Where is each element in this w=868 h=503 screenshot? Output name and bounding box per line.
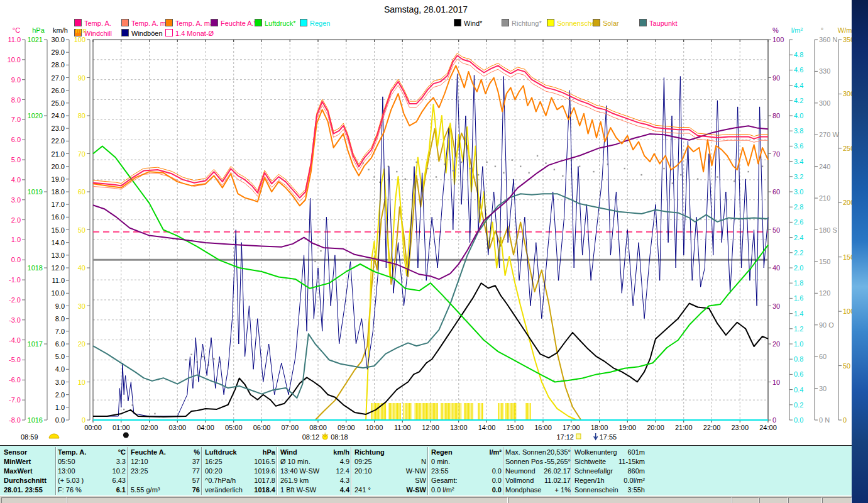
table-cell-value: 3.3 xyxy=(95,457,126,467)
axis-tick-label: 30 xyxy=(78,302,85,310)
x-tick-label: 20:00 xyxy=(647,424,664,431)
axis-tick-label: 1.0 xyxy=(11,236,21,243)
axis-tick-label: 0.0 xyxy=(794,416,803,424)
axis-tick-label: 1.4 xyxy=(794,310,803,318)
axis-tick-label: -3.0 xyxy=(9,316,21,324)
axis-tick-label: 0.0 xyxy=(11,256,21,263)
axis-deg xyxy=(815,40,818,420)
table-col-unit: km/h xyxy=(315,448,349,457)
table-info-value: 3:55h xyxy=(606,485,645,495)
axis-tick-label: 0 xyxy=(772,416,776,424)
axis-tick-label: 20.0 xyxy=(52,163,65,170)
x-tick-label: 12:00 xyxy=(422,424,439,431)
table-info-value: 20,535° xyxy=(535,448,571,457)
axis-tick-label: 250 xyxy=(843,145,852,152)
axis-tick-label: 300 xyxy=(819,99,830,107)
axis-tick-label: 0 xyxy=(843,416,847,424)
table-col-unit: % xyxy=(165,448,200,457)
axis-tick-label: 8.0 xyxy=(11,96,21,104)
x-tick-label: 11:00 xyxy=(394,424,411,431)
axis-tick-label: 27.0 xyxy=(52,74,65,82)
axis-tick-label: 1.6 xyxy=(794,294,803,302)
axis-c xyxy=(22,40,25,420)
axis-tick-label: 8.0 xyxy=(55,315,65,323)
axis-tick-label: 1021 xyxy=(28,36,43,43)
axis-tick-label: 70 xyxy=(78,150,85,158)
axis-tick-label: 3.2 xyxy=(794,173,803,180)
table-cell-value: 1017.8 xyxy=(244,476,275,485)
table-cell-value: SW xyxy=(394,476,426,485)
axis-tick-label: 7.0 xyxy=(55,328,65,335)
axis-tick-label: 16.0 xyxy=(52,213,65,221)
table-info-value: 601m xyxy=(606,448,645,457)
table-info-value: 0.0l/m² xyxy=(606,476,645,485)
axis-tick-label: 100 xyxy=(843,307,852,315)
axis-tick-label: 13.0 xyxy=(52,252,65,259)
axis-tick-label: 9.0 xyxy=(11,76,21,84)
axis-tick-label: 0.6 xyxy=(794,370,803,378)
axis-unit-label: °C xyxy=(13,26,20,34)
table-divider xyxy=(127,447,128,495)
axis-tick-label: 17.0 xyxy=(52,201,65,208)
axis-tick-label: -7.0 xyxy=(9,396,21,404)
table-divider xyxy=(351,447,352,495)
axis-tick-label: 23.0 xyxy=(52,124,65,132)
axis-tick-label: 26.0 xyxy=(52,87,65,94)
axis-tick-label: 10 xyxy=(772,379,780,386)
x-tick-label: 16:00 xyxy=(534,424,552,431)
x-tick-label: 01:00 xyxy=(113,424,130,431)
axis-unit-label: ° xyxy=(821,26,823,34)
axis-tick-label: 50 xyxy=(843,362,850,370)
axis-tick-label: 2.6 xyxy=(794,218,803,226)
axis-tick-label: 360 N xyxy=(819,36,837,43)
axis-tick-label: 180 S xyxy=(819,226,837,234)
axis-min xyxy=(87,40,90,420)
status-panel-2 xyxy=(508,497,732,503)
desktop-background xyxy=(852,0,868,503)
table-cell-value xyxy=(470,457,502,467)
table-info-value: 860m xyxy=(606,467,645,476)
axis-tick-label: 15.0 xyxy=(52,226,65,234)
axis-tick-label: -5.0 xyxy=(9,356,21,363)
axis-tick-label: 60 xyxy=(772,188,780,196)
axis-tick-label: 1019 xyxy=(28,188,43,196)
x-tick-label: 18:00 xyxy=(591,424,608,431)
axis-tick-label: 10.0 xyxy=(8,56,21,64)
axis-tick-label: 1.0 xyxy=(794,340,803,348)
table-info-value: 11.02.17 xyxy=(535,476,571,485)
x-tick-label: 23:00 xyxy=(731,424,749,431)
axis-tick-label: 1017 xyxy=(28,340,43,348)
sunshine-bars xyxy=(371,403,530,419)
table-col-unit: hPa xyxy=(240,448,275,457)
axis-tick-label: 0.4 xyxy=(794,386,803,394)
moon-phase-icon xyxy=(123,433,129,438)
axis-tick-label: 1020 xyxy=(28,112,43,119)
axis-tick-label: 30 xyxy=(772,302,780,310)
axis-unit-label: l/m² xyxy=(791,26,803,34)
axis-kmh xyxy=(66,40,69,420)
table-divider xyxy=(277,447,278,495)
x-tick-label: 08:00 xyxy=(309,424,327,431)
sunset-marker-icon xyxy=(576,434,581,439)
axis-tick-label: 9.0 xyxy=(55,302,65,310)
axis-tick-label: 3.0 xyxy=(794,188,803,196)
axis-tick-label: 4.0 xyxy=(55,365,65,373)
table-cell-value: W-NW xyxy=(394,467,426,476)
axis-tick-label: 11.0 xyxy=(52,277,65,284)
table-cell-value: N xyxy=(394,457,426,467)
axis-tick-label: 4.0 xyxy=(794,112,803,119)
axis-tick-label: 330 xyxy=(819,67,830,75)
axis-tick-label: -6.0 xyxy=(9,376,21,384)
axis-tick-label: 60 xyxy=(78,188,85,196)
axis-tick-label: 70 xyxy=(772,150,780,158)
x-tick-label: 05:00 xyxy=(225,424,243,431)
table-cell-value: 1018.4 xyxy=(244,485,275,495)
axis-tick-label: 50 xyxy=(78,226,85,234)
table-cell-value: 1016.5 xyxy=(244,457,275,467)
axis-tick-label: 28.0 xyxy=(52,61,65,69)
axis-tick-label: 3.0 xyxy=(55,379,65,386)
x-tick-label: 15:00 xyxy=(506,424,524,431)
table-divider xyxy=(201,447,202,495)
weather-chart[interactable]: 00:0001:0002:0003:0004:0005:0006:0007:00… xyxy=(0,0,852,445)
axis-tick-label: 40 xyxy=(78,264,85,272)
